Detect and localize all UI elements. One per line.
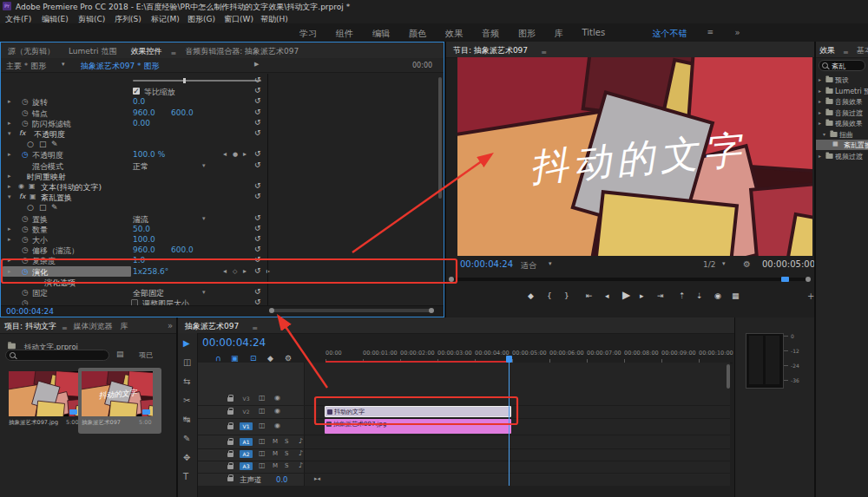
ripple-edit-tool[interactable]: ⇆: [183, 376, 190, 386]
pen-mask-icon[interactable]: ✎: [51, 203, 58, 212]
reset-parameter-icon[interactable]: ↺: [254, 108, 261, 116]
step-back-button[interactable]: ◂: [605, 291, 609, 300]
toggle-track-output-eye-icon[interactable]: ◉: [274, 394, 280, 402]
sync-lock-icon[interactable]: ◫: [259, 449, 266, 457]
timeline-settings-wrench[interactable]: ⚙: [285, 354, 292, 363]
lock-icon[interactable]: [227, 410, 233, 415]
panel-menu-icon[interactable]: ≡: [841, 45, 851, 58]
ellipse-mask-icon[interactable]: ○: [27, 140, 34, 148]
ec-vertical-scrollbar[interactable]: [438, 77, 442, 199]
selection-tool[interactable]: ▶: [183, 338, 190, 348]
chevron-icon[interactable]: ▸: [8, 151, 11, 158]
stopwatch-icon[interactable]: ◷: [22, 225, 29, 233]
lift-button[interactable]: ⇡: [679, 291, 686, 300]
mark-out-button[interactable]: }: [564, 291, 569, 300]
program-playhead[interactable]: [781, 277, 789, 282]
effects-tree-item-Lumetri 预设[interactable]: ▸Lumetri 预设: [816, 86, 868, 96]
reset-parameter-icon[interactable]: ↺: [254, 149, 261, 158]
add-marker-button[interactable]: ◆: [528, 291, 534, 300]
item-name[interactable]: 抽象派艺术097: [82, 419, 135, 427]
chevron-icon[interactable]: ▾: [823, 131, 825, 137]
playback-resolution-dropdown[interactable]: 1/2: [703, 260, 715, 269]
pen-mask-icon[interactable]: ✎: [51, 140, 58, 148]
project-tab-2[interactable]: 库: [116, 317, 132, 334]
chevron-icon[interactable]: ▸: [819, 153, 821, 159]
mark-in-button[interactable]: {: [547, 291, 552, 300]
step-forward-button[interactable]: ▸: [640, 291, 644, 300]
add-keyframe-icon[interactable]: ◇: [233, 268, 237, 275]
property-value[interactable]: 1.0: [133, 256, 145, 265]
mute-button[interactable]: M: [273, 462, 278, 469]
workspace-overflow-icon[interactable]: »: [735, 28, 740, 37]
project-tab-1[interactable]: 媒体浏览器: [69, 317, 116, 334]
program-scrubber[interactable]: [451, 278, 809, 281]
project-item[interactable]: 抖动的文字抽象派艺术0975:00: [82, 371, 158, 432]
effects-search-input[interactable]: 紊乱: [819, 60, 865, 71]
linked-selection-toggle[interactable]: ▣: [231, 354, 239, 363]
stopwatch-icon[interactable]: ◷: [22, 235, 29, 244]
next-keyframe-icon[interactable]: ▸: [243, 267, 247, 275]
effects-tree-item-扭曲[interactable]: ▾扭曲: [816, 129, 868, 140]
chevron-icon[interactable]: ▸: [819, 98, 821, 104]
lock-icon[interactable]: [227, 453, 233, 457]
reset-parameter-icon[interactable]: ↺: [254, 224, 261, 232]
sync-lock-icon[interactable]: ◫: [259, 437, 266, 445]
workspace-tab-8[interactable]: Titles: [582, 28, 606, 37]
ec-timecode[interactable]: 00:00:04:24: [6, 307, 54, 316]
lock-icon[interactable]: [227, 465, 233, 469]
go-to-out-button[interactable]: ⇥: [657, 291, 664, 300]
property-value[interactable]: 0.00: [133, 119, 150, 128]
rect-mask-icon[interactable]: □: [39, 140, 47, 148]
type-tool[interactable]: T: [183, 472, 188, 481]
lock-icon[interactable]: [227, 441, 233, 445]
reset-parameter-icon[interactable]: ↺: [254, 213, 261, 222]
pen-tool[interactable]: ✎: [183, 434, 190, 443]
reset-parameter-icon[interactable]: ↺: [254, 75, 261, 84]
item-name[interactable]: 抽象派艺术097.jpg: [9, 419, 62, 427]
property-value[interactable]: 100.0: [133, 235, 155, 244]
timeline-timecode[interactable]: 00:00:04:24: [202, 337, 266, 349]
effects-tree-item-紊乱置换[interactable]: ▦紊乱置换: [816, 140, 868, 150]
solo-button[interactable]: S: [285, 438, 288, 445]
program-monitor-tab[interactable]: 节目: 抽象派艺术097: [446, 42, 535, 58]
slider-handle[interactable]: [183, 78, 186, 83]
reset-parameter-icon[interactable]: ↺: [254, 234, 261, 243]
comparison-view-button[interactable]: ▦: [732, 291, 740, 300]
panel-menu-icon[interactable]: ≡: [250, 321, 260, 334]
reset-parameter-icon[interactable]: ↺: [254, 118, 261, 127]
effects-tab[interactable]: 效果: [816, 42, 837, 58]
program-current-timecode[interactable]: 00:00:04:24: [460, 259, 513, 269]
reset-parameter-icon[interactable]: ↺: [254, 128, 261, 137]
project-search-input[interactable]: [5, 350, 109, 361]
mic-icon[interactable]: ♪: [299, 449, 303, 457]
workspace-menu-icon[interactable]: ≡: [707, 28, 714, 36]
effects-tree-item-预设[interactable]: ▸预设: [816, 75, 868, 85]
effects-tree-item-视频效果[interactable]: ▸视频效果: [816, 118, 868, 128]
snap-toggle[interactable]: ∩: [215, 354, 221, 363]
project-item[interactable]: 抽象派艺术097.jpg5:00: [9, 371, 85, 432]
mic-icon[interactable]: ♪: [299, 437, 303, 445]
stopwatch-icon[interactable]: ◷: [22, 97, 29, 106]
property-value-2[interactable]: 600.0: [171, 245, 194, 254]
chevron-icon[interactable]: ▸: [8, 98, 11, 105]
track-target-A3[interactable]: A3: [240, 462, 253, 470]
reset-parameter-icon[interactable]: ↺: [254, 160, 261, 169]
reset-parameter-icon[interactable]: ↺: [254, 181, 261, 190]
chevron-icon[interactable]: ▸: [8, 183, 11, 190]
workspace-tab-7[interactable]: 库: [555, 28, 563, 40]
fit-sequence-icon[interactable]: ▸◂: [314, 475, 320, 482]
slip-tool[interactable]: ↹: [183, 415, 190, 424]
reset-parameter-icon[interactable]: ↺: [254, 287, 261, 296]
ec-horizontal-scrollbar[interactable]: [272, 309, 431, 312]
mute-button[interactable]: M: [273, 438, 278, 445]
mute-button[interactable]: M: [273, 450, 278, 457]
track-target-A2[interactable]: A2: [240, 450, 253, 458]
ec-scroll-knob-left[interactable]: [269, 308, 274, 313]
next-keyframe-icon[interactable]: ▸: [243, 150, 247, 158]
toggle-track-output-eye-icon[interactable]: ◉: [274, 422, 280, 429]
mic-icon[interactable]: ♪: [299, 461, 303, 469]
chevron-icon[interactable]: ▸: [8, 236, 11, 243]
property-value-2[interactable]: 600.0: [171, 108, 194, 117]
workspace-tab-4[interactable]: 效果: [445, 28, 463, 40]
stopwatch-icon[interactable]: ◷: [22, 288, 29, 297]
